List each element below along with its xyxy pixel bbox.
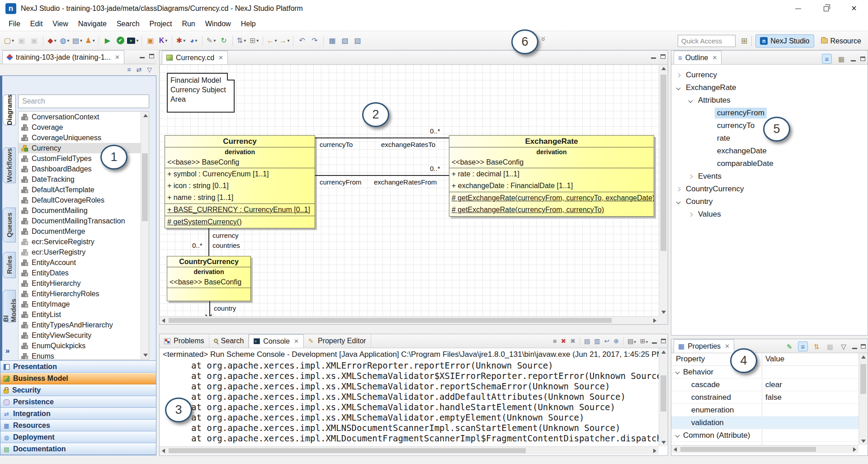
navigator-item[interactable]: EntityDates <box>19 268 149 278</box>
properties-vertical-scrollbar[interactable] <box>859 353 868 445</box>
outline-item[interactable]: comparableDate <box>671 157 868 170</box>
view-menu-icon[interactable]: ▽ <box>147 66 152 73</box>
navigator-item[interactable]: Enums <box>19 351 149 360</box>
validate-button[interactable]: ✔ <box>114 35 126 47</box>
pinwheel-button[interactable]: ✱ <box>175 35 187 47</box>
static-attribute-row[interactable]: + BASE_CURRENCY : CurrencyEnum [0..1] <box>165 204 315 216</box>
tree-view-icon[interactable]: ≡ <box>798 341 808 351</box>
property-row[interactable]: cascade clear <box>671 379 859 391</box>
menu-item[interactable]: View <box>47 18 73 30</box>
new-attribute-icon[interactable]: ✎ <box>784 341 794 351</box>
navigator-item[interactable]: EntityHierarchy <box>19 278 149 289</box>
expand-chevron-icon[interactable] <box>689 98 693 103</box>
attribute-row[interactable]: + name : string [1..1] <box>165 192 315 204</box>
close-tab-icon[interactable]: ✕ <box>712 54 717 61</box>
toolbar-separator[interactable] <box>323 36 324 46</box>
scroll-lock-icon[interactable]: ▥ <box>594 338 600 344</box>
scroll-down-arrow[interactable] <box>661 441 666 444</box>
expand-chevron-icon[interactable] <box>676 199 681 204</box>
clear-console-icon[interactable]: ▤ <box>584 338 590 344</box>
class-box-exchangerate[interactable]: ExchangeRate derivation <<base>> BaseCon… <box>449 135 654 217</box>
expand-chevron-icon[interactable] <box>689 174 693 179</box>
tree-view-icon[interactable]: ≡ <box>822 54 832 64</box>
navigator-item[interactable]: ecr:ServiceRegistry <box>19 237 149 247</box>
menu-item[interactable]: Search <box>112 18 145 30</box>
operation-row[interactable]: # getExchangeRate(currencyFrom, currency… <box>449 204 654 216</box>
category-security[interactable]: Security <box>0 384 156 396</box>
scroll-right-arrow[interactable] <box>653 449 656 453</box>
minimize-view-icon[interactable] <box>652 342 657 344</box>
outline-item[interactable]: Currency <box>671 69 868 81</box>
redo-button[interactable]: ↷ <box>309 35 321 47</box>
scroll-right-arrow[interactable] <box>653 318 656 323</box>
navigator-item[interactable]: ecr:UserRegistry <box>19 247 149 257</box>
close-tab-icon[interactable]: ✕ <box>115 54 120 61</box>
attribute-row[interactable]: + exchangeDate : FinancialDate [1..1] <box>449 180 654 192</box>
close-tab-icon[interactable]: ✕ <box>218 54 223 61</box>
maximize-view-icon[interactable] <box>861 344 866 349</box>
navigator-item[interactable]: DashboardBadges <box>19 164 149 174</box>
navigator-item[interactable]: CoverageUniqueness <box>19 133 149 143</box>
scroll-left-arrow[interactable] <box>674 447 677 452</box>
navigator-item[interactable]: EntityViewSecurity <box>19 330 149 341</box>
operation-row[interactable]: # getExchangeRate(currencyFrom, currency… <box>449 192 654 204</box>
run-button[interactable]: ▶ <box>102 35 113 47</box>
chart-button[interactable]: ◕ <box>188 35 199 47</box>
sidebar-tab-workflows[interactable]: Workflows <box>3 147 16 183</box>
side-tabs-overflow-icon[interactable]: » <box>5 346 9 355</box>
forward-button[interactable]: → <box>278 35 290 47</box>
menu-item[interactable]: Help <box>236 18 261 30</box>
toolbar-separator[interactable] <box>172 36 172 46</box>
quick-access-input[interactable] <box>678 35 736 47</box>
outline-item[interactable]: ExchangeRate <box>671 81 868 94</box>
remove-all-launches-icon[interactable]: ✖ <box>570 338 576 344</box>
scroll-up-arrow[interactable] <box>661 67 666 70</box>
scrollbar-thumb[interactable] <box>860 364 866 394</box>
toolbar-separator[interactable] <box>43 36 43 46</box>
diagram-note[interactable]: Financial Model Currency Subject Area <box>167 73 235 113</box>
attribute-row[interactable]: + rate : decimal [1..1] <box>449 168 654 180</box>
word-wrap-icon[interactable]: ↩ <box>604 338 610 344</box>
updown-button[interactable]: ⇅ <box>236 35 247 47</box>
collapse-all-icon[interactable]: ≡ <box>127 66 131 73</box>
category-presentation[interactable]: Presentation <box>0 361 156 373</box>
scroll-up-arrow[interactable] <box>661 350 666 354</box>
new-wizard-button[interactable]: ▢ <box>3 35 15 47</box>
close-window-button[interactable]: ✕ <box>840 0 868 17</box>
outline-item[interactable]: Events <box>671 170 868 183</box>
class-box-currency[interactable]: Currency derivation <<base>> BaseConfig … <box>165 135 315 228</box>
outline-item[interactable]: CountryCurrency <box>671 183 868 195</box>
operation-row[interactable]: # getSystemCurrency() <box>165 216 315 228</box>
scheme-button[interactable]: K <box>157 35 169 47</box>
sidebar-tab-queues[interactable]: Queues <box>3 208 16 242</box>
terminate-icon[interactable]: ■ <box>553 338 557 344</box>
outline-tab[interactable]: ≡ Outline ✕ <box>674 51 722 64</box>
sidebar-tab-diagrams[interactable]: Diagrams <box>3 95 16 125</box>
console-output[interactable]: at org.apache.xerces.impl.XMLErrorReport… <box>160 360 659 446</box>
console-button[interactable]: ▸ <box>127 35 139 47</box>
scroll-up-arrow[interactable] <box>861 355 866 359</box>
scroll-down-arrow[interactable] <box>861 440 866 443</box>
undo-button[interactable]: ↶ <box>296 35 308 47</box>
view-menu-icon[interactable]: ▽ <box>839 341 849 351</box>
navigator-item[interactable]: EntityHierarchyRoles <box>19 289 149 299</box>
attribute-row[interactable]: + symbol : CurrencyEnum [1..1] <box>165 168 315 180</box>
menu-item[interactable]: File <box>4 18 25 30</box>
scrollbar-thumb[interactable] <box>660 375 666 412</box>
category-resources[interactable]: ▦ Resources <box>0 420 156 431</box>
restore-window-button[interactable] <box>812 0 840 17</box>
expand-chevron-icon[interactable] <box>676 73 681 77</box>
maximize-view-icon[interactable] <box>860 57 865 61</box>
property-row[interactable]: Behavior <box>671 366 859 379</box>
maximize-view-icon[interactable] <box>660 54 665 59</box>
scrollbar-thumb[interactable] <box>169 448 526 453</box>
save-all-button[interactable]: ▣ <box>28 35 40 47</box>
toolbar-separator[interactable] <box>142 36 142 46</box>
layer-button-3[interactable]: ▨ <box>352 35 363 47</box>
expand-chevron-icon[interactable] <box>676 187 681 191</box>
menu-item[interactable]: Project <box>145 18 177 30</box>
navigator-item[interactable]: EntityAccount <box>19 257 149 268</box>
property-row[interactable]: validation <box>671 417 859 429</box>
sidebar-tab-bi-models[interactable]: BI Models <box>3 290 16 322</box>
open-perspective-icon[interactable]: ⊞ <box>741 36 747 46</box>
